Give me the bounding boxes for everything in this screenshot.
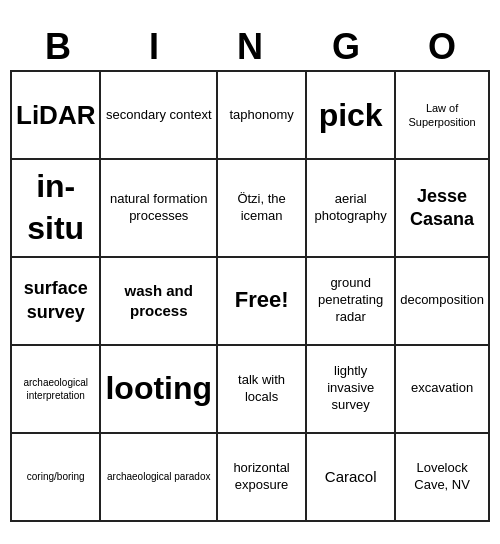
cell-6[interactable]: natural formation processes	[101, 160, 218, 257]
cell-5[interactable]: in-situ	[12, 160, 101, 257]
cell-22[interactable]: horizontal exposure	[218, 434, 307, 522]
cell-12[interactable]: Free!	[218, 258, 307, 346]
cell-9[interactable]: Jesse Casana	[396, 160, 490, 257]
cell-15[interactable]: archaeological interpretation	[12, 346, 101, 434]
cell-16[interactable]: looting	[101, 346, 218, 434]
header-letter-i: I	[110, 26, 198, 68]
cell-11[interactable]: wash and process	[101, 258, 218, 346]
cell-1[interactable]: secondary context	[101, 72, 218, 160]
cell-7[interactable]: Ötzi, the iceman	[218, 160, 307, 257]
header-letter-n: N	[206, 26, 294, 68]
bingo-grid: LiDAR secondary context taphonomy pick L…	[10, 70, 490, 521]
cell-24[interactable]: Lovelock Cave, NV	[396, 434, 490, 522]
cell-2[interactable]: taphonomy	[218, 72, 307, 160]
cell-13[interactable]: ground penetrating radar	[307, 258, 396, 346]
cell-10[interactable]: surface survey	[12, 258, 101, 346]
cell-3[interactable]: pick	[307, 72, 396, 160]
cell-14[interactable]: decomposition	[396, 258, 490, 346]
cell-20[interactable]: coring/boring	[12, 434, 101, 522]
bingo-card: B I N G O LiDAR secondary context taphon…	[10, 22, 490, 521]
bingo-header: B I N G O	[10, 22, 490, 70]
cell-0[interactable]: LiDAR	[12, 72, 101, 160]
cell-17[interactable]: talk with locals	[218, 346, 307, 434]
cell-8[interactable]: aerial photography	[307, 160, 396, 257]
cell-23[interactable]: Caracol	[307, 434, 396, 522]
header-letter-o: O	[398, 26, 486, 68]
cell-4[interactable]: Law of Superposition	[396, 72, 490, 160]
header-letter-g: G	[302, 26, 390, 68]
header-letter-b: B	[14, 26, 102, 68]
cell-19[interactable]: excavation	[396, 346, 490, 434]
cell-21[interactable]: archaeological paradox	[101, 434, 218, 522]
cell-18[interactable]: lightly invasive survey	[307, 346, 396, 434]
